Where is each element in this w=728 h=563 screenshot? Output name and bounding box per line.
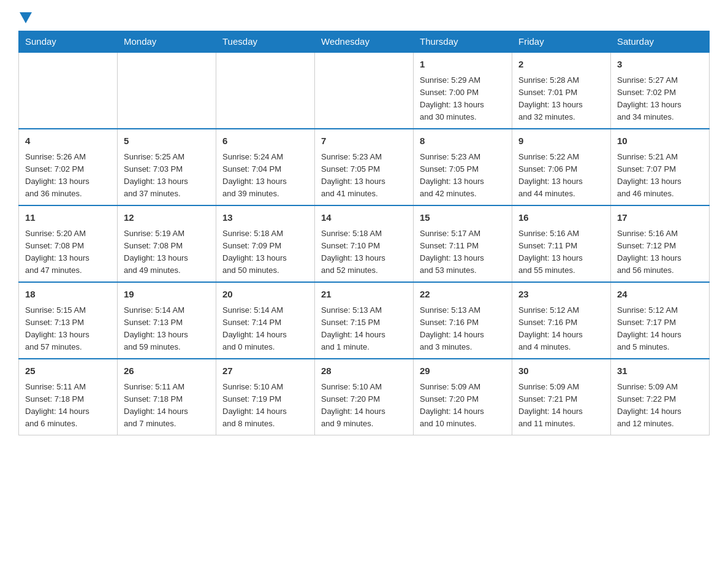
calendar-cell: 4Sunrise: 5:26 AM Sunset: 7:02 PM Daylig… bbox=[19, 129, 118, 205]
calendar-cell: 2Sunrise: 5:28 AM Sunset: 7:01 PM Daylig… bbox=[512, 52, 611, 129]
day-number: 2 bbox=[518, 58, 604, 72]
logo-blue-part bbox=[18, 12, 32, 25]
day-info: Sunrise: 5:09 AM Sunset: 7:20 PM Dayligh… bbox=[420, 381, 506, 431]
day-info: Sunrise: 5:23 AM Sunset: 7:05 PM Dayligh… bbox=[420, 151, 506, 201]
day-number: 14 bbox=[321, 211, 407, 225]
weekday-header-friday: Friday bbox=[512, 31, 611, 53]
calendar-cell: 18Sunrise: 5:15 AM Sunset: 7:13 PM Dayli… bbox=[19, 282, 118, 359]
calendar-cell: 26Sunrise: 5:11 AM Sunset: 7:18 PM Dayli… bbox=[118, 359, 216, 435]
calendar-cell bbox=[118, 52, 216, 129]
day-info: Sunrise: 5:22 AM Sunset: 7:06 PM Dayligh… bbox=[518, 151, 604, 201]
day-number: 29 bbox=[420, 364, 506, 378]
calendar-cell: 17Sunrise: 5:16 AM Sunset: 7:12 PM Dayli… bbox=[611, 205, 710, 282]
day-info: Sunrise: 5:10 AM Sunset: 7:20 PM Dayligh… bbox=[321, 381, 407, 431]
day-number: 6 bbox=[222, 134, 308, 148]
day-info: Sunrise: 5:13 AM Sunset: 7:15 PM Dayligh… bbox=[321, 304, 407, 354]
day-number: 1 bbox=[420, 58, 506, 72]
day-number: 13 bbox=[222, 211, 308, 225]
calendar-cell: 21Sunrise: 5:13 AM Sunset: 7:15 PM Dayli… bbox=[315, 282, 414, 359]
weekday-header-tuesday: Tuesday bbox=[216, 31, 315, 53]
calendar-cell: 25Sunrise: 5:11 AM Sunset: 7:18 PM Dayli… bbox=[19, 359, 118, 435]
day-number: 12 bbox=[124, 211, 210, 225]
day-info: Sunrise: 5:12 AM Sunset: 7:16 PM Dayligh… bbox=[518, 304, 604, 354]
calendar-cell: 27Sunrise: 5:10 AM Sunset: 7:19 PM Dayli… bbox=[216, 359, 315, 435]
calendar-cell bbox=[315, 52, 414, 129]
calendar-cell: 1Sunrise: 5:29 AM Sunset: 7:00 PM Daylig… bbox=[414, 52, 512, 129]
calendar-cell bbox=[216, 52, 315, 129]
day-number: 19 bbox=[124, 288, 210, 302]
day-info: Sunrise: 5:19 AM Sunset: 7:08 PM Dayligh… bbox=[124, 228, 210, 277]
day-number: 18 bbox=[25, 288, 111, 302]
day-number: 11 bbox=[25, 211, 111, 225]
day-info: Sunrise: 5:29 AM Sunset: 7:00 PM Dayligh… bbox=[420, 74, 506, 124]
logo-triangle-icon bbox=[20, 12, 32, 23]
weekday-header-thursday: Thursday bbox=[414, 31, 512, 53]
day-number: 3 bbox=[617, 58, 703, 72]
day-number: 22 bbox=[420, 288, 506, 302]
day-number: 28 bbox=[321, 364, 407, 378]
day-number: 5 bbox=[124, 134, 210, 148]
day-info: Sunrise: 5:23 AM Sunset: 7:05 PM Dayligh… bbox=[321, 151, 407, 201]
calendar-cell: 16Sunrise: 5:16 AM Sunset: 7:11 PM Dayli… bbox=[512, 205, 611, 282]
calendar-cell: 12Sunrise: 5:19 AM Sunset: 7:08 PM Dayli… bbox=[118, 205, 216, 282]
day-info: Sunrise: 5:11 AM Sunset: 7:18 PM Dayligh… bbox=[124, 381, 210, 431]
day-info: Sunrise: 5:27 AM Sunset: 7:02 PM Dayligh… bbox=[617, 74, 703, 124]
day-info: Sunrise: 5:26 AM Sunset: 7:02 PM Dayligh… bbox=[25, 151, 111, 201]
day-number: 16 bbox=[518, 211, 604, 225]
day-info: Sunrise: 5:13 AM Sunset: 7:16 PM Dayligh… bbox=[420, 304, 506, 354]
calendar-cell: 29Sunrise: 5:09 AM Sunset: 7:20 PM Dayli… bbox=[414, 359, 512, 435]
day-number: 8 bbox=[420, 134, 506, 148]
day-number: 30 bbox=[518, 364, 604, 378]
calendar-cell bbox=[19, 52, 118, 129]
day-info: Sunrise: 5:12 AM Sunset: 7:17 PM Dayligh… bbox=[617, 304, 703, 354]
week-row-1: 1Sunrise: 5:29 AM Sunset: 7:00 PM Daylig… bbox=[19, 52, 710, 129]
day-info: Sunrise: 5:09 AM Sunset: 7:22 PM Dayligh… bbox=[617, 381, 703, 431]
calendar-cell: 10Sunrise: 5:21 AM Sunset: 7:07 PM Dayli… bbox=[611, 129, 710, 205]
week-row-5: 25Sunrise: 5:11 AM Sunset: 7:18 PM Dayli… bbox=[19, 359, 710, 435]
day-number: 23 bbox=[518, 288, 604, 302]
calendar-cell: 31Sunrise: 5:09 AM Sunset: 7:22 PM Dayli… bbox=[611, 359, 710, 435]
calendar-cell: 14Sunrise: 5:18 AM Sunset: 7:10 PM Dayli… bbox=[315, 205, 414, 282]
calendar-cell: 22Sunrise: 5:13 AM Sunset: 7:16 PM Dayli… bbox=[414, 282, 512, 359]
weekday-header-monday: Monday bbox=[118, 31, 216, 53]
day-info: Sunrise: 5:16 AM Sunset: 7:12 PM Dayligh… bbox=[617, 228, 703, 277]
day-info: Sunrise: 5:14 AM Sunset: 7:13 PM Dayligh… bbox=[124, 304, 210, 354]
day-info: Sunrise: 5:16 AM Sunset: 7:11 PM Dayligh… bbox=[518, 228, 604, 277]
day-number: 27 bbox=[222, 364, 308, 378]
week-row-3: 11Sunrise: 5:20 AM Sunset: 7:08 PM Dayli… bbox=[19, 205, 710, 282]
day-info: Sunrise: 5:18 AM Sunset: 7:10 PM Dayligh… bbox=[321, 228, 407, 277]
day-info: Sunrise: 5:21 AM Sunset: 7:07 PM Dayligh… bbox=[617, 151, 703, 201]
calendar-cell: 24Sunrise: 5:12 AM Sunset: 7:17 PM Dayli… bbox=[611, 282, 710, 359]
day-info: Sunrise: 5:10 AM Sunset: 7:19 PM Dayligh… bbox=[222, 381, 308, 431]
day-number: 24 bbox=[617, 288, 703, 302]
calendar-cell: 9Sunrise: 5:22 AM Sunset: 7:06 PM Daylig… bbox=[512, 129, 611, 205]
day-number: 25 bbox=[25, 364, 111, 378]
page-header bbox=[18, 12, 710, 25]
day-info: Sunrise: 5:14 AM Sunset: 7:14 PM Dayligh… bbox=[222, 304, 308, 354]
calendar-cell: 8Sunrise: 5:23 AM Sunset: 7:05 PM Daylig… bbox=[414, 129, 512, 205]
weekday-header-row: SundayMondayTuesdayWednesdayThursdayFrid… bbox=[19, 31, 710, 53]
calendar-cell: 23Sunrise: 5:12 AM Sunset: 7:16 PM Dayli… bbox=[512, 282, 611, 359]
day-info: Sunrise: 5:15 AM Sunset: 7:13 PM Dayligh… bbox=[25, 304, 111, 354]
day-info: Sunrise: 5:17 AM Sunset: 7:11 PM Dayligh… bbox=[420, 228, 506, 277]
day-number: 17 bbox=[617, 211, 703, 225]
calendar-table: SundayMondayTuesdayWednesdayThursdayFrid… bbox=[18, 31, 710, 435]
calendar-cell: 5Sunrise: 5:25 AM Sunset: 7:03 PM Daylig… bbox=[118, 129, 216, 205]
day-info: Sunrise: 5:11 AM Sunset: 7:18 PM Dayligh… bbox=[25, 381, 111, 431]
day-info: Sunrise: 5:09 AM Sunset: 7:21 PM Dayligh… bbox=[518, 381, 604, 431]
week-row-2: 4Sunrise: 5:26 AM Sunset: 7:02 PM Daylig… bbox=[19, 129, 710, 205]
day-number: 9 bbox=[518, 134, 604, 148]
weekday-header-wednesday: Wednesday bbox=[315, 31, 414, 53]
day-number: 4 bbox=[25, 134, 111, 148]
logo bbox=[18, 12, 32, 25]
calendar-cell: 19Sunrise: 5:14 AM Sunset: 7:13 PM Dayli… bbox=[118, 282, 216, 359]
day-number: 26 bbox=[124, 364, 210, 378]
calendar-cell: 20Sunrise: 5:14 AM Sunset: 7:14 PM Dayli… bbox=[216, 282, 315, 359]
day-number: 10 bbox=[617, 134, 703, 148]
day-number: 31 bbox=[617, 364, 703, 378]
week-row-4: 18Sunrise: 5:15 AM Sunset: 7:13 PM Dayli… bbox=[19, 282, 710, 359]
calendar-cell: 3Sunrise: 5:27 AM Sunset: 7:02 PM Daylig… bbox=[611, 52, 710, 129]
calendar-cell: 11Sunrise: 5:20 AM Sunset: 7:08 PM Dayli… bbox=[19, 205, 118, 282]
day-number: 15 bbox=[420, 211, 506, 225]
calendar-cell: 30Sunrise: 5:09 AM Sunset: 7:21 PM Dayli… bbox=[512, 359, 611, 435]
